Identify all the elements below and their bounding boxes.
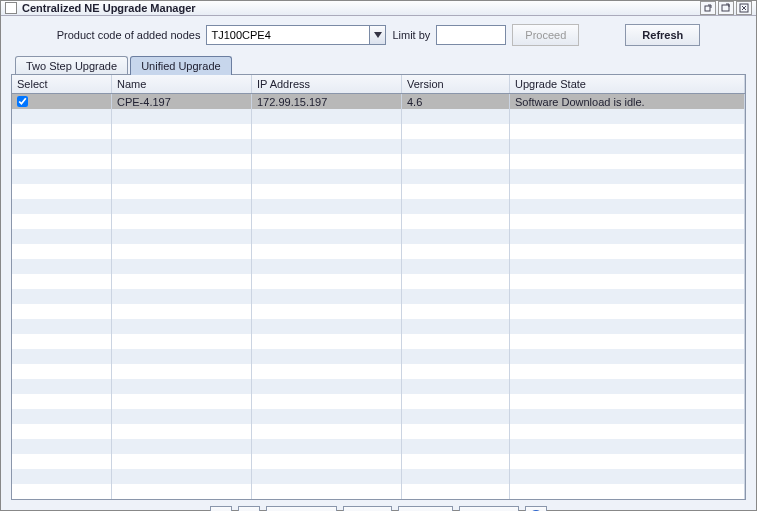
col-ip[interactable]: IP Address xyxy=(252,75,402,93)
limit-by-label: Limit by xyxy=(392,29,430,41)
product-code-select[interactable] xyxy=(206,25,386,45)
table-row xyxy=(12,394,745,409)
table-row[interactable]: CPE-4.197172.99.15.1974.6Software Downlo… xyxy=(12,94,745,109)
table-row xyxy=(12,439,745,454)
table-panel: Select Name IP Address Version Upgrade S… xyxy=(11,74,746,500)
table-row xyxy=(12,214,745,229)
cell-version: 4.6 xyxy=(402,94,510,109)
table-row xyxy=(12,124,745,139)
table-row xyxy=(12,469,745,484)
table-row xyxy=(12,154,745,169)
product-code-input[interactable] xyxy=(206,25,386,45)
cell-name: CPE-4.197 xyxy=(112,94,252,109)
product-code-label: Product code of added nodes xyxy=(57,29,201,41)
table-row xyxy=(12,184,745,199)
maximize-icon[interactable] xyxy=(718,1,734,15)
tab-two-step-upgrade[interactable]: Two Step Upgrade xyxy=(15,56,128,75)
select-all-button[interactable]: Select All xyxy=(266,506,337,511)
content-area: Product code of added nodes Limit by Pro… xyxy=(1,16,756,511)
table-row xyxy=(12,199,745,214)
cancel-button[interactable]: Cancel xyxy=(459,506,519,511)
help-button[interactable]: ? xyxy=(525,506,547,511)
table-row xyxy=(12,289,745,304)
col-version[interactable]: Version xyxy=(402,75,510,93)
table-row xyxy=(12,484,745,499)
table-row xyxy=(12,274,745,289)
table-row xyxy=(12,304,745,319)
svg-rect-1 xyxy=(722,5,729,11)
proceed-button[interactable]: Proceed xyxy=(512,24,579,46)
table-row xyxy=(12,229,745,244)
table-row xyxy=(12,364,745,379)
filter-toolbar: Product code of added nodes Limit by Pro… xyxy=(11,24,746,46)
table-row xyxy=(12,244,745,259)
table-row xyxy=(12,259,745,274)
col-state[interactable]: Upgrade State xyxy=(510,75,745,93)
col-name[interactable]: Name xyxy=(112,75,252,93)
titlebar: Centralized NE Upgrade Manager xyxy=(1,1,756,16)
tab-unified-upgrade[interactable]: Unified Upgrade xyxy=(130,56,232,75)
table-row xyxy=(12,409,745,424)
window-title: Centralized NE Upgrade Manager xyxy=(22,2,196,14)
nav-prev-button[interactable] xyxy=(210,506,232,511)
tab-bar: Two Step Upgrade Unified Upgrade xyxy=(11,56,746,75)
limit-by-input[interactable] xyxy=(436,25,506,45)
col-select[interactable]: Select xyxy=(12,75,112,93)
cell-state: Software Download is idle. xyxy=(510,94,745,109)
refresh-button[interactable]: Refresh xyxy=(625,24,700,46)
next-button[interactable]: Next xyxy=(343,506,392,511)
table-header: Select Name IP Address Version Upgrade S… xyxy=(12,75,745,94)
table-row xyxy=(12,379,745,394)
close-icon[interactable] xyxy=(736,1,752,15)
table-row xyxy=(12,319,745,334)
table-row xyxy=(12,109,745,124)
table-body[interactable]: CPE-4.197172.99.15.1974.6Software Downlo… xyxy=(12,94,745,499)
upgrade-manager-window: Centralized NE Upgrade Manager Product c… xyxy=(0,0,757,511)
finish-button[interactable]: Finish xyxy=(398,506,453,511)
window-icon xyxy=(5,2,17,14)
table-row xyxy=(12,139,745,154)
table-row xyxy=(12,424,745,439)
table-row xyxy=(12,169,745,184)
cell-select xyxy=(12,94,112,109)
table-row xyxy=(12,454,745,469)
cell-ip: 172.99.15.197 xyxy=(252,94,402,109)
footer-toolbar: Select All Next Finish Cancel ? xyxy=(11,500,746,511)
nav-next-button[interactable] xyxy=(238,506,260,511)
row-select-checkbox[interactable] xyxy=(17,96,28,107)
table-row xyxy=(12,334,745,349)
svg-rect-0 xyxy=(705,6,710,11)
chevron-down-icon[interactable] xyxy=(369,26,385,44)
table-row xyxy=(12,349,745,364)
detach-icon[interactable] xyxy=(700,1,716,15)
